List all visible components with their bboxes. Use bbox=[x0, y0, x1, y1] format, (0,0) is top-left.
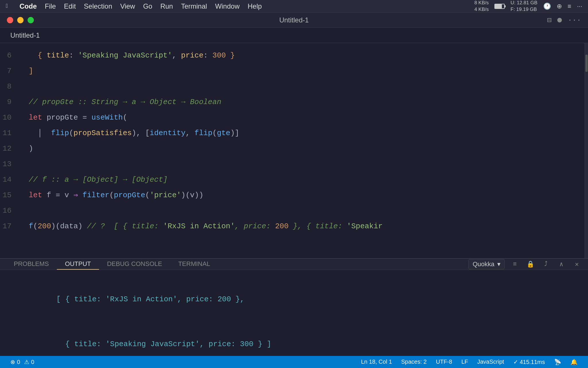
output-content: [ { title: 'RxJS in Action', price: 200 … bbox=[0, 270, 588, 356]
tab-label: Untitled-1 bbox=[10, 31, 40, 39]
close-panel-button[interactable]: ✕ bbox=[571, 259, 582, 270]
battery-fill bbox=[495, 4, 502, 8]
scrollbar-thumb[interactable] bbox=[585, 55, 588, 72]
status-notification-icon[interactable]: 🔔 bbox=[566, 359, 582, 365]
code-line-7: ] bbox=[29, 63, 585, 79]
lock-scroll-button[interactable]: 🔒 bbox=[525, 259, 536, 270]
battery-block bbox=[494, 4, 505, 9]
tab-terminal[interactable]: TERMINAL bbox=[170, 259, 218, 270]
apple-logo-icon:  bbox=[6, 3, 9, 9]
gutter-line-9: 9 bbox=[0, 94, 17, 110]
editor-tab-untitled[interactable]: Untitled-1 bbox=[6, 30, 45, 41]
code-line-11: │ flip(propSatisfies), [identity, flip(g… bbox=[29, 125, 585, 141]
code-line-15: let f = v ⇒ filter(propGte('price')(v)) bbox=[29, 187, 585, 203]
network-stats: 8 KB/s 4 KB/s bbox=[474, 0, 489, 13]
status-broadcast-icon[interactable]: 📡 bbox=[550, 359, 566, 365]
gutter-line-17: 17 bbox=[0, 218, 17, 234]
code-line-16 bbox=[29, 203, 585, 218]
status-eol[interactable]: LF bbox=[457, 359, 473, 365]
menu-bar:  Code File Edit Selection View Go Run T… bbox=[0, 0, 588, 13]
broadcast-icon: 📡 bbox=[554, 359, 561, 365]
gutter-line-13: 13 bbox=[0, 156, 17, 172]
gutter-line-16: 16 bbox=[0, 203, 17, 218]
menu-item-edit[interactable]: Edit bbox=[64, 2, 76, 10]
gutter-line-11: 11 bbox=[0, 125, 17, 141]
code-editor[interactable]: { title: 'Speaking JavaScript', price: 3… bbox=[23, 43, 585, 258]
code-line-14: // f :: a → [Object] → [Object] bbox=[29, 172, 585, 187]
menu-item-window[interactable]: Window bbox=[215, 2, 239, 10]
title-bar: Untitled-1 ⊟ ··· bbox=[0, 13, 588, 28]
code-line-10: let propGte = useWith( bbox=[29, 110, 585, 125]
panel-controls: Quokka ▾ ≡ 🔒 ⤴ ∧ ✕ bbox=[468, 259, 582, 270]
status-spaces[interactable]: Spaces: 2 bbox=[396, 359, 431, 365]
extra-dots-icon: ··· bbox=[577, 3, 582, 10]
output-line-2: { title: 'Speaking JavaScript', price: 3… bbox=[11, 322, 577, 356]
gutter-line-7: 7 bbox=[0, 63, 17, 79]
wrap-lines-button[interactable]: ≡ bbox=[509, 259, 520, 270]
editor-tab-bar: Untitled-1 bbox=[0, 28, 588, 43]
warning-icon: ⚠ bbox=[24, 359, 29, 365]
code-line-12: ) bbox=[29, 141, 585, 156]
code-line-17: f(200)(data) // ? [ { title: 'RxJS in Ac… bbox=[29, 218, 585, 234]
menu-item-run[interactable]: Run bbox=[160, 2, 173, 10]
status-right-items: Ln 18, Col 1 Spaces: 2 UTF-8 LF JavaScri… bbox=[356, 359, 582, 365]
maximize-button[interactable] bbox=[28, 17, 34, 23]
bell-icon: 🔔 bbox=[570, 359, 578, 365]
gutter-line-8: 8 bbox=[0, 79, 17, 94]
status-bar: ⊗ 0 ⚠ 0 Ln 18, Col 1 Spaces: 2 UTF-8 LF … bbox=[0, 356, 588, 368]
gutter-line-10: 10 bbox=[0, 110, 17, 125]
control-center-icon: ≡ bbox=[568, 3, 571, 10]
menu-item-view[interactable]: View bbox=[120, 2, 135, 10]
system-status: 8 KB/s 4 KB/s U: 12.81 GB F: 19.19 GB 🕐 … bbox=[474, 0, 582, 13]
traffic-lights bbox=[7, 17, 34, 23]
app-container:  Code File Edit Selection View Go Run T… bbox=[0, 0, 588, 368]
editor-scrollbar[interactable] bbox=[585, 43, 588, 258]
editor-section: 6 7 8 9 10 11 12 bbox=[0, 43, 588, 356]
output-source-selector[interactable]: Quokka ▾ bbox=[468, 259, 505, 269]
error-icon: ⊗ bbox=[10, 359, 15, 365]
time-icon: 🕐 bbox=[543, 3, 551, 10]
code-line-6: { title: 'Speaking JavaScript', price: 3… bbox=[29, 48, 585, 63]
dirty-indicator bbox=[557, 18, 562, 22]
collapse-panel-button[interactable]: ∧ bbox=[556, 259, 567, 270]
gutter-line-14: 14 bbox=[0, 172, 17, 187]
gutter-line-12: 12 bbox=[0, 141, 17, 156]
share-icon: ⊕ bbox=[557, 3, 562, 10]
battery-icon bbox=[494, 4, 505, 9]
menu-item-help[interactable]: Help bbox=[247, 2, 262, 10]
status-language[interactable]: JavaScript bbox=[473, 359, 508, 365]
open-editor-button[interactable]: ⤴ bbox=[540, 259, 551, 270]
code-line-13 bbox=[29, 156, 585, 172]
chevron-down-icon: ▾ bbox=[497, 260, 500, 268]
menu-item-terminal[interactable]: Terminal bbox=[181, 2, 207, 10]
code-line-9: // propGte :: String → a → Object → Bool… bbox=[29, 94, 585, 110]
window-title: Untitled-1 bbox=[279, 16, 309, 24]
panel-tab-bar: PROBLEMS OUTPUT DEBUG CONSOLE TERMINAL Q… bbox=[0, 259, 588, 270]
status-ln-col[interactable]: Ln 18, Col 1 bbox=[356, 359, 396, 365]
more-actions-icon[interactable]: ··· bbox=[568, 16, 581, 24]
output-line-1: [ { title: 'RxJS in Action', price: 200 … bbox=[11, 277, 577, 322]
status-encoding[interactable]: UTF-8 bbox=[431, 359, 457, 365]
menu-item-file[interactable]: File bbox=[45, 2, 56, 10]
editor-main: 6 7 8 9 10 11 12 bbox=[0, 43, 588, 258]
tab-debug-console[interactable]: DEBUG CONSOLE bbox=[99, 259, 170, 270]
tab-problems[interactable]: PROBLEMS bbox=[6, 259, 57, 270]
minimize-button[interactable] bbox=[17, 17, 24, 23]
menu-item-go[interactable]: Go bbox=[143, 2, 152, 10]
menu-item-selection[interactable]: Selection bbox=[84, 2, 112, 10]
close-button[interactable] bbox=[7, 17, 13, 23]
output-panel: PROBLEMS OUTPUT DEBUG CONSOLE TERMINAL Q… bbox=[0, 258, 588, 356]
menu-item-code[interactable]: Code bbox=[20, 2, 37, 10]
status-quokka-check[interactable]: ✓ 415.11ms bbox=[509, 359, 550, 365]
gutter-line-6: 6 bbox=[0, 48, 17, 63]
code-line-8 bbox=[29, 79, 585, 94]
tab-output[interactable]: OUTPUT bbox=[57, 259, 99, 270]
storage-u: U: 12.81 GB F: 19.19 GB bbox=[510, 0, 537, 13]
status-errors[interactable]: ⊗ 0 ⚠ 0 bbox=[6, 356, 39, 368]
split-editor-icon[interactable]: ⊟ bbox=[547, 16, 552, 25]
line-numbers-gutter: 6 7 8 9 10 11 12 bbox=[0, 43, 23, 258]
gutter-line-15: 15 bbox=[0, 187, 17, 203]
